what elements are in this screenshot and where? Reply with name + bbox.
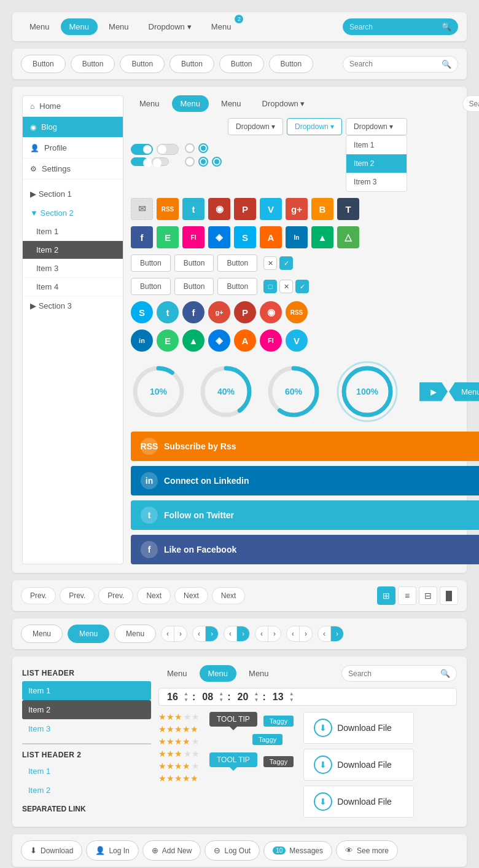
circle-pinterest[interactable]: P	[234, 301, 256, 323]
progress-60[interactable]: 60%	[266, 364, 321, 419]
social-icon-android[interactable]: △	[337, 226, 359, 248]
download-file-1[interactable]: ⬇ Download File	[303, 712, 414, 744]
circle-vimeo[interactable]: V	[286, 329, 308, 352]
search-icon-2[interactable]: 🔍	[442, 60, 451, 69]
time-ms-down[interactable]: ▼	[289, 697, 294, 703]
circle-facebook[interactable]: f	[182, 301, 204, 323]
prev-btn-2[interactable]: Prev.	[60, 587, 95, 604]
radio-5-checked[interactable]	[212, 157, 222, 167]
pag-next-2[interactable]: ›	[206, 626, 218, 641]
download-file-2[interactable]: ⬇ Download File	[303, 749, 414, 781]
view-grid-btn[interactable]: ⊞	[377, 586, 395, 605]
nav-dropdown-1[interactable]: Dropdown ▾	[140, 18, 200, 35]
social-icon-gplus-sq[interactable]: g+	[286, 198, 308, 220]
btn-4[interactable]: Button	[169, 55, 214, 73]
menu2-item-2[interactable]: Menu	[68, 625, 109, 643]
radio-4-checked[interactable]	[198, 157, 208, 167]
connect-linkedin-btn[interactable]: in Connect on Linkedin	[131, 466, 479, 495]
time-ms-up[interactable]: ▲	[289, 691, 294, 697]
pag-prev-2[interactable]: ‹	[193, 626, 206, 641]
social-icon-facebook-sq[interactable]: f	[131, 226, 153, 248]
progress-40[interactable]: 40%	[198, 364, 254, 419]
next-btn-1[interactable]: Next	[137, 587, 171, 604]
sidebar-sub-item-1[interactable]: Item 1	[23, 223, 123, 241]
separated-link[interactable]: SEPARATED LINK	[22, 800, 151, 818]
view-list-btn[interactable]: ≡	[398, 586, 416, 605]
circle-evernote[interactable]: E	[157, 329, 179, 352]
inner-nav-3[interactable]: Menu	[212, 95, 250, 112]
sidebar-item-profile[interactable]: 👤 Profile	[23, 138, 123, 159]
social-icon-stumble[interactable]: ◉	[208, 198, 230, 220]
social-icon-evernote[interactable]: E	[157, 226, 179, 248]
circle-rss[interactable]: RSS	[286, 301, 308, 323]
sidebar-sub-item-3[interactable]: Item 3	[23, 259, 123, 278]
pag-prev-4[interactable]: ‹	[255, 626, 268, 641]
close-btn-1[interactable]: ✕	[263, 256, 277, 270]
sidebar-section-3[interactable]: ▶ Section 3	[23, 296, 123, 315]
time-seconds-down[interactable]: ▼	[254, 697, 259, 703]
btn-6[interactable]: Button	[269, 55, 314, 73]
dropdown-btn-2[interactable]: Dropdown ▾	[287, 118, 342, 135]
search-icon-1[interactable]: 🔍	[442, 22, 451, 31]
nav-search-input-1[interactable]	[349, 23, 442, 31]
radio-1[interactable]	[185, 143, 195, 153]
action-messages-1[interactable]: 10 Messages	[263, 841, 332, 861]
toggle-small-off[interactable]	[152, 157, 169, 166]
action-logout-1[interactable]: ⊖ Log Out	[204, 840, 260, 861]
list-item-5[interactable]: Item 2	[22, 781, 151, 800]
sidebar-sub-item-2[interactable]: Item 2	[23, 241, 123, 259]
pag-prev-5[interactable]: ‹	[287, 626, 300, 641]
circle-appdotnet[interactable]: A	[234, 329, 256, 352]
content-btn-2[interactable]: Button	[174, 254, 214, 272]
btn-3[interactable]: Button	[120, 55, 165, 73]
pag-prev-3[interactable]: ‹	[224, 626, 237, 641]
sidebar-section-1[interactable]: ▶ Section 1	[23, 184, 123, 203]
content-btn-3[interactable]: Button	[217, 254, 257, 272]
sidebar-section-2[interactable]: ▼ Section 2	[23, 203, 123, 223]
social-icon-flickr[interactable]: Fl	[182, 226, 204, 248]
action-login-1[interactable]: 👤 Log In	[86, 840, 138, 861]
list-item-1[interactable]: Item 1	[22, 681, 151, 700]
sidebar-item-settings[interactable]: ⚙ Settings	[23, 159, 123, 180]
pag-prev-6[interactable]: ‹	[318, 626, 331, 641]
menu2-item-3[interactable]: Menu	[114, 625, 156, 643]
nav-menu-1[interactable]: Menu	[21, 18, 58, 35]
progress-10[interactable]: 10%	[131, 364, 186, 419]
circle-gplus[interactable]: g+	[208, 301, 230, 323]
sidebar-item-blog[interactable]: ◉ Blog	[23, 117, 123, 138]
pag-next-5[interactable]: ›	[300, 626, 312, 641]
time-seconds-up[interactable]: ▲	[254, 691, 259, 697]
inner-menu2-3[interactable]: Menu	[240, 665, 278, 682]
social-icon-dropbox[interactable]: ◈	[208, 226, 230, 248]
social-icon-twitter-sq[interactable]: t	[182, 198, 204, 220]
close-btn-2[interactable]: ✕	[279, 280, 293, 293]
prev-btn-3[interactable]: Prev.	[98, 587, 133, 604]
inner-menu2-2[interactable]: Menu	[200, 665, 237, 682]
dropdown-item-3[interactable]: Itrem 3	[346, 173, 407, 191]
arrow-start[interactable]: ▶	[419, 382, 448, 401]
dropdown-btn-3[interactable]: Dropdown ▾	[346, 118, 407, 135]
circle-skype[interactable]: S	[131, 301, 153, 323]
content-btn-5[interactable]: Button	[174, 278, 214, 295]
circle-envato[interactable]: ▲	[182, 329, 204, 352]
circle-dropbox[interactable]: ◈	[208, 329, 230, 352]
subscribe-rss-btn[interactable]: RSS Subscribe by Rss	[131, 432, 479, 461]
content-btn-6[interactable]: Button	[217, 278, 257, 295]
social-icon-rss[interactable]: RSS	[157, 198, 179, 220]
action-seemore-1[interactable]: 👁 See more	[336, 840, 398, 861]
next-btn-2[interactable]: Next	[174, 587, 208, 604]
toggle-small-on[interactable]	[131, 157, 148, 166]
pag-next-6[interactable]: ›	[331, 626, 343, 641]
btn-1[interactable]: Button	[21, 55, 66, 73]
nav-menu-3[interactable]: Menu	[100, 18, 138, 35]
view-barcode-btn[interactable]: ▐▌	[440, 586, 458, 605]
toggle-on-1[interactable]	[131, 144, 153, 155]
nav-search-input-2[interactable]	[349, 60, 442, 68]
action-addnew-1[interactable]: ⊕ Add New	[142, 840, 201, 861]
social-icon-vimeo-sq[interactable]: V	[260, 198, 282, 220]
view-columns-btn[interactable]: ⊟	[419, 586, 437, 605]
radio-3[interactable]	[185, 157, 195, 167]
follow-twitter-btn[interactable]: t Follow on Twitter	[131, 500, 479, 530]
social-icon-envelope[interactable]: ✉	[131, 198, 153, 220]
social-icon-pinterest-sq[interactable]: P	[234, 198, 256, 220]
